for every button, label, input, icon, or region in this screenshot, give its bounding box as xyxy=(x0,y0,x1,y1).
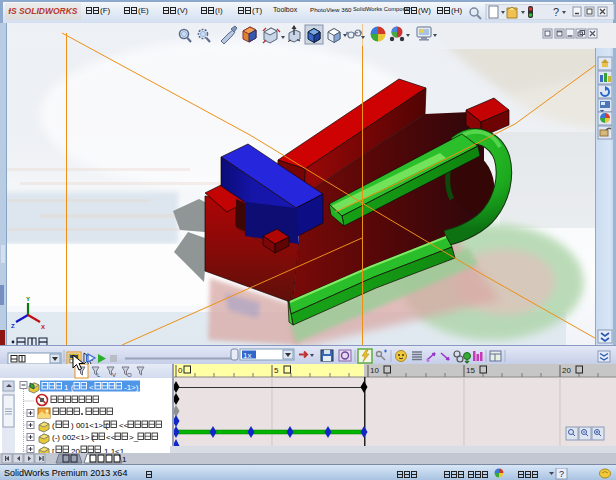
svg-text:Z: Z xyxy=(11,323,15,329)
svg-text:<<: << xyxy=(106,433,116,442)
svg-text:O: O xyxy=(127,372,132,378)
svg-text:20: 20 xyxy=(562,366,571,375)
svg-text:10: 10 xyxy=(370,366,379,375)
svg-text:15: 15 xyxy=(466,366,475,375)
svg-text:1 (: 1 ( xyxy=(64,383,74,392)
svg-text:>_: >_ xyxy=(129,433,139,442)
svg-text:0: 0 xyxy=(178,366,183,375)
svg-text:1: 1 xyxy=(122,455,127,464)
svg-text:L: L xyxy=(97,372,101,378)
svg-text:V: V xyxy=(112,372,116,378)
svg-text:(: ( xyxy=(52,421,55,430)
svg-text:-1>): -1>) xyxy=(124,383,139,392)
svg-text:?: ? xyxy=(553,6,559,18)
svg-text:Y: Y xyxy=(26,296,30,302)
svg-text:) 001<1> (: ) 001<1> ( xyxy=(71,421,108,430)
svg-text:5: 5 xyxy=(274,366,279,375)
svg-text:1x: 1x xyxy=(243,351,251,360)
svg-text:X: X xyxy=(41,324,45,330)
svg-text:<: < xyxy=(89,383,94,392)
svg-text:<<: << xyxy=(119,421,129,430)
svg-text:(-) 002<1> (: (-) 002<1> ( xyxy=(52,433,95,442)
svg-text:?: ? xyxy=(559,469,564,479)
